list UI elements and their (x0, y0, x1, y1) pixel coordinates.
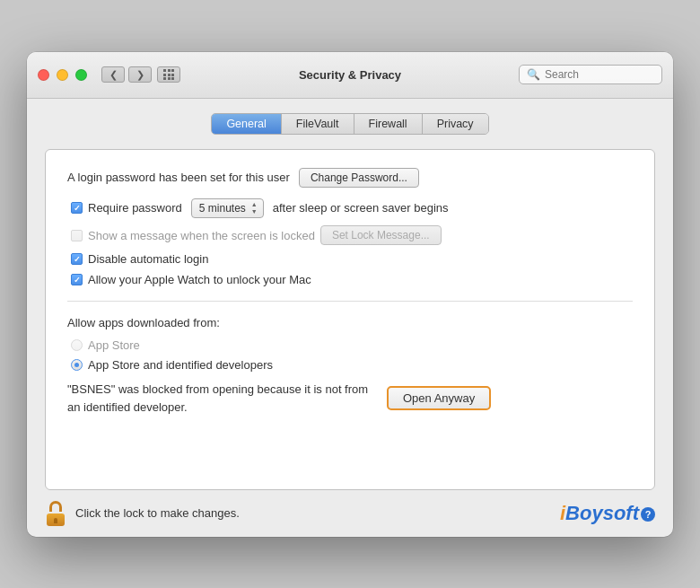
search-icon: 🔍 (527, 68, 540, 81)
maximize-button[interactable] (75, 69, 87, 81)
require-password-row: Require password 5 minutes ▲ ▼ after sle… (71, 198, 633, 219)
tab-privacy[interactable]: Privacy (423, 114, 488, 134)
traffic-lights (38, 69, 87, 81)
back-button[interactable]: ❮ (101, 66, 125, 83)
require-password-value: 5 minutes (199, 202, 246, 215)
lock-shackle (49, 501, 62, 512)
stepper-up: ▲ (251, 201, 258, 208)
show-message-checkbox[interactable] (71, 230, 83, 241)
tab-bar: General FileVault Firewall Privacy (45, 113, 655, 135)
radio-identified-label: App Store and identified developers (88, 358, 273, 372)
lock-keyhole (54, 518, 57, 523)
disable-autologin-row: Disable automatic login (71, 252, 633, 266)
blocked-message-row: "BSNES" was blocked from opening because… (67, 381, 633, 416)
open-anyway-button[interactable]: Open Anyway (387, 386, 491, 410)
lock-icon[interactable] (45, 501, 66, 526)
require-password-select[interactable]: 5 minutes ▲ ▼ (191, 198, 264, 219)
require-password-checkbox[interactable] (71, 202, 83, 214)
general-panel: A login password has been set for this u… (45, 149, 655, 490)
require-password-before-label: Require password (88, 201, 182, 215)
apple-watch-row: Allow your Apple Watch to unlock your Ma… (71, 273, 633, 286)
tab-filevault[interactable]: FileVault (282, 114, 354, 134)
titlebar: ❮ ❯ Security & Privacy 🔍 (27, 52, 673, 99)
set-lock-message-button: Set Lock Message... (320, 225, 442, 245)
logo-question[interactable]: ? (641, 507, 655, 522)
lock-body (47, 513, 65, 526)
login-password-row: A login password has been set for this u… (67, 168, 633, 188)
apple-watch-checkbox[interactable] (71, 274, 83, 285)
footer-lock-text: Click the lock to make changes. (75, 506, 240, 520)
content-area: General FileVault Firewall Privacy A log… (27, 99, 673, 490)
grid-view-button[interactable] (157, 66, 180, 83)
tab-firewall[interactable]: Firewall (354, 114, 423, 134)
search-box[interactable]: 🔍 (519, 65, 662, 84)
show-message-label: Show a message when the screen is locked (88, 229, 315, 242)
show-message-row: Show a message when the screen is locked… (71, 225, 633, 245)
apple-watch-label: Allow your Apple Watch to unlock your Ma… (88, 273, 311, 286)
forward-button[interactable]: ❯ (128, 66, 152, 83)
main-window: ❮ ❯ Security & Privacy 🔍 General FileVau… (27, 52, 673, 537)
disable-autologin-checkbox[interactable] (71, 253, 83, 265)
window-title: Security & Privacy (299, 68, 401, 82)
logo-boysoft: Boysoft (565, 502, 639, 524)
radio-app-store-identified[interactable] (71, 359, 83, 371)
close-button[interactable] (38, 69, 49, 81)
disable-autologin-label: Disable automatic login (88, 252, 208, 266)
nav-buttons: ❮ ❯ (101, 66, 152, 83)
radio-app-store-label: App Store (88, 338, 140, 352)
grid-icon (163, 69, 174, 80)
login-password-text: A login password has been set for this u… (67, 171, 290, 184)
radio-app-store-row: App Store (71, 338, 633, 352)
tab-group: General FileVault Firewall Privacy (211, 113, 488, 135)
search-input[interactable] (545, 68, 652, 81)
section-divider (67, 301, 633, 302)
tab-general[interactable]: General (212, 114, 281, 134)
radio-identified-row: App Store and identified developers (71, 358, 633, 372)
change-password-button[interactable]: Change Password... (299, 168, 419, 188)
footer: Click the lock to make changes. iBoysoft… (27, 490, 673, 537)
allow-apps-label: Allow apps downloaded from: (67, 316, 633, 329)
minimize-button[interactable] (57, 69, 68, 81)
iboysoft-logo: iBoysoft? (560, 502, 655, 525)
blocked-message-text: "BSNES" was blocked from opening because… (67, 381, 372, 416)
require-password-after-label: after sleep or screen saver begins (273, 201, 449, 215)
stepper-arrows: ▲ ▼ (251, 201, 258, 216)
radio-app-store[interactable] (71, 339, 83, 351)
stepper-down: ▼ (251, 208, 258, 215)
